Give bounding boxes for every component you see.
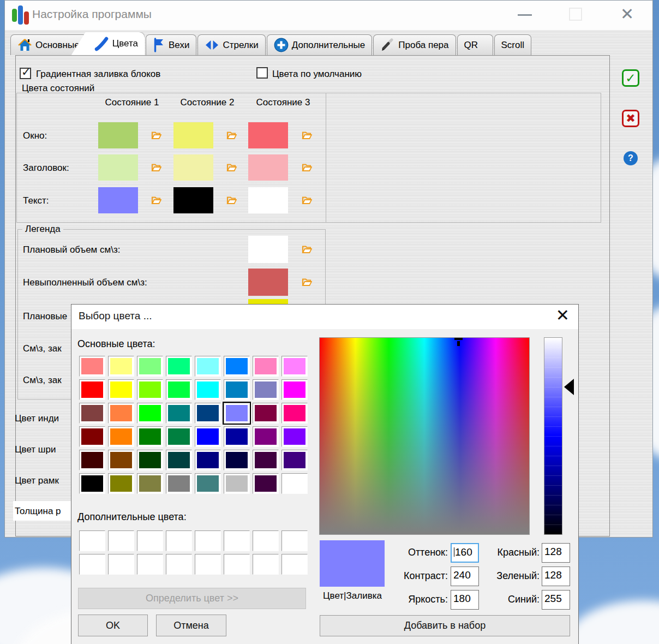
basic-color-swatch[interactable]: [137, 379, 163, 400]
custom-color-swatch[interactable]: [79, 530, 105, 551]
blue-field[interactable]: 255: [542, 590, 570, 610]
basic-color-swatch[interactable]: [137, 403, 163, 424]
custom-color-swatch[interactable]: [166, 530, 192, 551]
basic-color-swatch[interactable]: [79, 403, 105, 424]
basic-color-swatch[interactable]: [166, 426, 192, 447]
hue-saturation-field[interactable]: [319, 337, 530, 535]
basic-color-swatch[interactable]: [79, 356, 105, 377]
custom-color-swatch[interactable]: [137, 530, 163, 551]
custom-color-swatch[interactable]: [108, 554, 134, 575]
ok-button[interactable]: OK: [78, 615, 148, 636]
basic-color-swatch[interactable]: [195, 426, 221, 447]
basic-color-swatch[interactable]: [79, 473, 105, 494]
basic-color-swatch[interactable]: [108, 356, 134, 377]
basic-color-swatch[interactable]: [224, 379, 250, 400]
custom-color-swatch[interactable]: [281, 530, 308, 551]
state-color-swatch[interactable]: [248, 187, 288, 213]
basic-color-swatch[interactable]: [195, 450, 221, 470]
tab-проба-пера[interactable]: Проба пера: [373, 34, 456, 55]
tab-вехи[interactable]: Вехи: [146, 34, 196, 55]
minimize-icon[interactable]: [518, 14, 532, 16]
tab-scroll[interactable]: Scroll: [494, 34, 532, 55]
apply-button[interactable]: ✓: [622, 69, 639, 87]
state-color-swatch[interactable]: [248, 154, 288, 181]
close-icon[interactable]: ✕: [620, 4, 634, 23]
basic-color-swatch[interactable]: [253, 426, 279, 447]
basic-color-swatch[interactable]: [166, 403, 192, 424]
basic-color-swatch[interactable]: [137, 356, 163, 377]
basic-color-swatch[interactable]: [195, 403, 221, 424]
custom-color-swatch[interactable]: [195, 554, 221, 575]
basic-color-swatch[interactable]: [166, 356, 192, 377]
custom-color-swatch[interactable]: [166, 554, 192, 575]
basic-color-swatch[interactable]: [137, 450, 163, 470]
folder-icon[interactable]: [226, 163, 237, 172]
state-color-swatch[interactable]: [98, 122, 138, 148]
basic-color-swatch[interactable]: [281, 403, 308, 424]
custom-color-swatch[interactable]: [253, 554, 279, 575]
basic-color-swatch[interactable]: [281, 473, 308, 494]
folder-icon[interactable]: [302, 131, 312, 140]
basic-color-swatch[interactable]: [253, 473, 279, 494]
red-field[interactable]: 128: [542, 543, 570, 563]
basic-color-swatch[interactable]: [224, 403, 250, 424]
basic-color-swatch[interactable]: [108, 473, 134, 494]
cancel-button-dialog[interactable]: Отмена: [156, 615, 226, 636]
folder-icon[interactable]: [302, 278, 312, 287]
basic-color-swatch[interactable]: [79, 450, 105, 470]
state-color-swatch[interactable]: [173, 187, 213, 213]
state-color-swatch[interactable]: [173, 122, 213, 148]
tab-дополнительные[interactable]: Дополнительные: [267, 34, 373, 55]
help-button[interactable]: ?: [624, 151, 638, 165]
custom-color-swatch[interactable]: [224, 554, 250, 575]
luminance-slider[interactable]: [564, 379, 574, 395]
basic-color-swatch[interactable]: [224, 473, 250, 494]
basic-color-swatch[interactable]: [224, 450, 250, 470]
tab-qr[interactable]: QR: [457, 34, 493, 55]
default-colors-checkbox[interactable]: [256, 67, 268, 79]
state-color-swatch[interactable]: [248, 122, 288, 148]
basic-color-swatch[interactable]: [195, 379, 221, 400]
folder-icon[interactable]: [302, 196, 312, 205]
basic-color-swatch[interactable]: [224, 426, 250, 447]
legend-swatch-partial[interactable]: [248, 299, 288, 304]
dialog-close-icon[interactable]: ✕: [556, 306, 570, 325]
basic-color-swatch[interactable]: [108, 426, 134, 447]
basic-color-swatch[interactable]: [108, 450, 134, 470]
custom-color-swatch[interactable]: [281, 554, 308, 575]
basic-color-swatch[interactable]: [137, 473, 163, 494]
custom-color-swatch[interactable]: [253, 530, 279, 551]
basic-color-swatch[interactable]: [281, 450, 308, 470]
folder-icon[interactable]: [151, 163, 161, 172]
custom-color-swatch[interactable]: [195, 530, 221, 551]
basic-color-swatch[interactable]: [79, 426, 105, 447]
basic-color-swatch[interactable]: [281, 426, 308, 447]
state-color-swatch[interactable]: [98, 187, 138, 213]
basic-color-swatch[interactable]: [195, 356, 221, 377]
custom-color-swatch[interactable]: [224, 530, 250, 551]
legend-color-swatch[interactable]: [248, 236, 288, 263]
basic-color-swatch[interactable]: [253, 356, 279, 377]
basic-color-swatch[interactable]: [253, 450, 279, 470]
basic-color-swatch[interactable]: [224, 356, 250, 377]
define-color-button[interactable]: Определить цвет >>: [78, 588, 306, 609]
basic-color-swatch[interactable]: [137, 426, 163, 447]
luminance-bar[interactable]: [544, 337, 562, 535]
basic-color-swatch[interactable]: [108, 379, 134, 400]
add-to-set-button[interactable]: Добавить в набор: [320, 615, 570, 636]
basic-color-swatch[interactable]: [166, 473, 192, 494]
basic-color-swatch[interactable]: [281, 379, 308, 400]
green-field[interactable]: 128: [542, 567, 570, 586]
basic-color-swatch[interactable]: [108, 403, 134, 424]
basic-color-swatch[interactable]: [253, 403, 279, 424]
custom-color-swatch[interactable]: [137, 554, 163, 575]
basic-color-swatch[interactable]: [281, 356, 308, 377]
folder-icon[interactable]: [302, 245, 312, 254]
folder-icon[interactable]: [151, 196, 161, 205]
legend-color-swatch[interactable]: [248, 269, 288, 296]
cancel-button[interactable]: ✖: [622, 110, 639, 127]
state-color-swatch[interactable]: [173, 154, 213, 181]
basic-color-swatch[interactable]: [253, 379, 279, 400]
custom-color-swatch[interactable]: [79, 554, 105, 575]
folder-icon[interactable]: [151, 131, 161, 140]
